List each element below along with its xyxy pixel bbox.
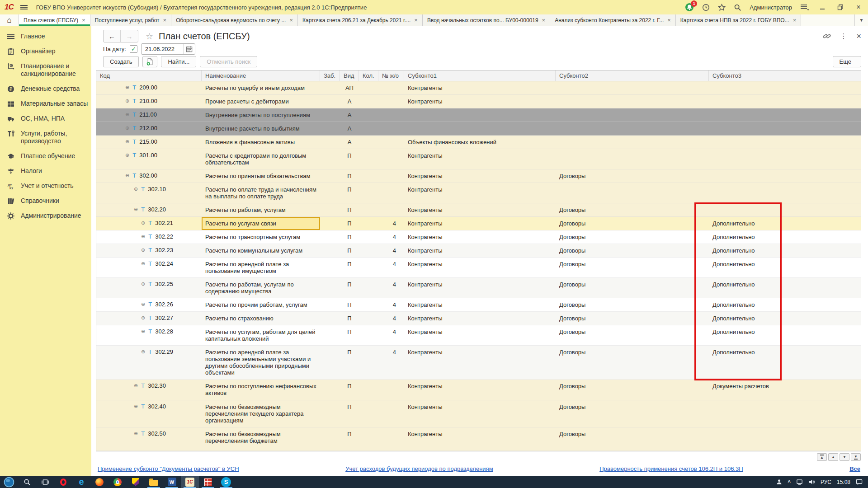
expand-plus-icon[interactable]: ⊕ [134,430,138,437]
expand-plus-icon[interactable]: ⊕ [125,125,129,131]
forward-button[interactable]: → [121,30,138,42]
expand-plus-icon[interactable]: ⊕ [141,314,145,321]
sidebar-item[interactable]: Администрирование [0,208,91,223]
expand-plus-icon[interactable]: ⊕ [141,301,145,308]
sidebar-item[interactable]: Справочники [0,193,91,208]
history-clock-icon[interactable] [702,4,710,11]
document-tab[interactable]: Карточка счета 206.21 за Декабрь 2021 г.… [298,14,423,26]
expand-plus-icon[interactable]: ⊕ [125,138,129,145]
expand-plus-icon[interactable]: ⊕ [141,348,145,355]
notification-center-icon[interactable] [856,479,863,485]
close-tab-icon[interactable]: × [414,17,418,23]
create-button[interactable]: Создать [103,56,139,67]
account-row[interactable]: ⊕Т302.26Расчеты по прочим работам, услуг… [96,298,861,312]
account-row[interactable]: ⊕Т302.27Расчеты по страхованиюП4Контраге… [96,312,861,325]
column-header[interactable]: Заб. [320,70,340,81]
account-row[interactable]: ⊕Т302.23Расчеты по коммунальным услугамП… [96,244,861,258]
taskbar-clock[interactable]: 15:08 [837,479,850,485]
hidden-icons-chevron-icon[interactable]: ^ [788,479,791,485]
current-user[interactable]: Администратор [750,4,792,11]
footer-link[interactable]: Правомерность применения счетов 106.2П и… [599,465,743,472]
column-header[interactable]: Наименование [202,70,320,81]
document-tab[interactable]: Анализ субконто Контрагенты за 2022 г. Г… [550,14,676,26]
expand-plus-icon[interactable]: ⊕ [141,281,145,287]
sidebar-item[interactable]: Услуги, работы, производство [0,126,91,149]
account-row[interactable]: ⊕Т302.30Расчеты по поступлению нефинансо… [96,380,861,400]
chrome-icon[interactable] [108,476,127,488]
footer-all-link[interactable]: Все [849,465,860,472]
column-header[interactable]: Вид [340,70,359,81]
expand-plus-icon[interactable]: ⊕ [141,260,145,267]
account-row[interactable]: ⊕Т302.50Расчеты по безвозмездным перечис… [96,427,861,451]
close-tab-icon[interactable]: × [542,17,546,23]
column-header[interactable]: Субконто2 [556,70,709,81]
word-icon[interactable]: W [163,476,181,488]
column-header[interactable]: Кол. [359,70,378,81]
account-row[interactable]: ⊕Т302.29Расчеты по арендной плате за пол… [96,346,861,380]
close-tab-icon[interactable]: × [793,17,797,23]
favorite-star-icon[interactable]: ☆ [146,31,153,42]
main-menu-icon[interactable] [800,4,809,11]
account-row[interactable]: ⊖Т302.20Расчеты по работам, услугамПКонт… [96,203,861,217]
expand-plus-icon[interactable]: ⊕ [125,111,129,118]
scroll-down-button[interactable]: ▼ [840,453,849,461]
expand-plus-icon[interactable]: ⊕ [125,152,129,159]
restore-icon[interactable] [835,3,845,12]
close-form-icon[interactable]: × [856,32,861,41]
scroll-up-button[interactable]: ▲ [828,453,838,461]
sidebar-item[interactable]: Планирование и санкционирование [0,59,91,81]
more-button[interactable]: Еще [833,56,861,67]
account-row[interactable]: ⊕Т210.00Прочие расчеты с дебиторамиАКонт… [96,95,861,108]
account-row[interactable]: ⊕Т302.10Расчеты по оплате труда и начисл… [96,183,861,203]
grid-app-icon[interactable] [199,476,217,488]
expand-plus-icon[interactable]: ⊕ [134,186,138,192]
expand-minus-icon[interactable]: ⊖ [134,206,138,213]
expand-plus-icon[interactable]: ⊕ [125,84,129,91]
create-group-button[interactable] [142,56,157,67]
hamburger-menu-icon[interactable] [20,4,29,11]
account-row[interactable]: ⊕Т212.00Внутренние расчеты по выбытиямА [96,122,861,136]
firefox-icon[interactable] [90,476,108,488]
skype-icon[interactable]: S [217,476,235,488]
expand-plus-icon[interactable]: ⊕ [141,220,145,226]
close-icon[interactable]: × [854,3,863,12]
footer-link[interactable]: Применение субконто "Документы расчетов"… [98,465,239,472]
sidebar-item[interactable]: Материальные запасы [0,96,91,111]
account-row[interactable]: ⊕Т302.21Расчеты по услугам связиП4Контра… [96,217,861,230]
expand-minus-icon[interactable]: ⊖ [125,172,129,179]
close-tab-icon[interactable]: × [82,17,85,23]
sidebar-item[interactable]: Налоги [0,164,91,178]
expand-plus-icon[interactable]: ⊕ [134,403,138,410]
display-icon[interactable] [796,479,803,485]
account-row[interactable]: ⊕Т302.28Расчеты по услугам, работам для … [96,325,861,346]
column-header[interactable]: Субконто1 [404,70,556,81]
expand-plus-icon[interactable]: ⊕ [125,98,129,104]
sidebar-item[interactable]: Органайзер [0,44,91,59]
people-icon[interactable] [776,479,783,485]
cancel-search-button[interactable]: Отменить поиск [200,56,257,67]
onec-app-icon[interactable]: 1С [181,476,199,488]
document-tab[interactable]: План счетов (ЕПСБУ)× [19,14,90,26]
account-row[interactable]: ⊕Т302.25Расчеты по работам, услугам по с… [96,278,861,298]
footer-link[interactable]: Учет расходов будущих периодов по подраз… [345,465,493,472]
account-row[interactable]: ⊕Т302.24Расчеты по арендной плате за пол… [96,258,861,278]
account-row[interactable]: ⊖Т302.00Расчеты по принятым обязательств… [96,169,861,183]
sidebar-item[interactable]: ОС, НМА, НПА [0,111,91,126]
date-checkbox[interactable]: ✓ [130,45,137,53]
tab-overflow-arrow-icon[interactable]: ▼ [854,14,868,26]
notifications-bell-icon[interactable]: 1 [685,3,694,12]
expand-plus-icon[interactable]: ⊕ [141,233,145,240]
account-row[interactable]: ⊕Т211.00Внутренние расчеты по поступлени… [96,108,861,122]
task-view-icon[interactable] [36,476,54,488]
start-button[interactable] [0,476,18,488]
edge-icon[interactable]: e [72,476,90,488]
close-tab-icon[interactable]: × [289,17,293,23]
expand-plus-icon[interactable]: ⊕ [141,328,145,335]
sidebar-item[interactable]: ₽Денежные средства [0,81,91,96]
home-tab[interactable]: ⌂ [0,14,19,26]
account-row[interactable]: ⊕Т302.40Расчеты по безвозмездным перечис… [96,400,861,427]
volume-icon[interactable] [808,479,815,485]
column-header[interactable]: Код [96,70,202,81]
scroll-to-top-button[interactable]: ▲ [817,453,827,461]
opera-icon[interactable] [54,476,72,488]
